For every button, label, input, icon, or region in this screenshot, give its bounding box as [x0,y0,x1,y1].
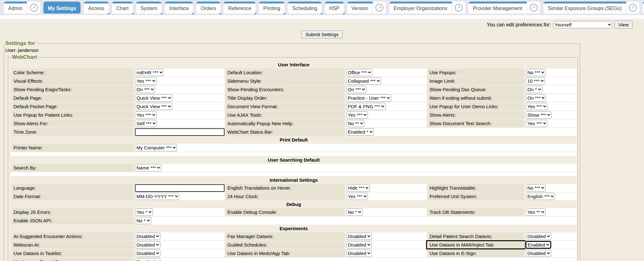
setting-select-use-datavis-in-tasklist[interactable]: Disabled [135,250,160,257]
setting-select-track-db-statements[interactable]: Yes ** [526,208,546,216]
tab-printing[interactable]: Printing [259,2,285,14]
setting-value-cell: 10 *** [525,77,577,85]
setting-select-english-translations-on-hover[interactable]: Hide *** [346,184,370,192]
setting-select-display-js-errors[interactable]: Yes * [135,208,153,216]
tab-admin[interactable]: Admin↗ [4,2,40,14]
setting-select-show-pending-doc-queue[interactable]: On * [526,86,542,93]
external-link-icon[interactable]: ↗ [373,2,386,14]
setting-select-webchart-status-bar[interactable]: Enabled * [346,128,374,136]
empty-cell [225,164,346,172]
setting-label-english-translations-on-hover: English Translations on Hover: [225,184,346,192]
setting-select-webscan-ai[interactable]: Disabled [135,241,160,248]
setting-select-preferred-unit-system[interactable]: English *** [526,193,555,200]
setting-select-warn-if-exiting-without-submit[interactable]: On *** [526,94,546,102]
empty-cell [346,152,427,156]
empty-cell [225,258,346,261]
setting-select-use-datavis-in-mar-inject-tab[interactable]: Enabled [526,241,551,248]
setting-select-use-popup-for-patient-links[interactable]: Yes *** [135,111,157,119]
external-link-icon[interactable]: ↗ [452,2,465,14]
setting-select-show-pending-esign-tasks[interactable]: On *** [135,86,155,93]
setting-select-show-document-text-search[interactable]: Yes *** [526,120,547,127]
setting-value-cell: Name *** [134,164,225,172]
setting-select-document-view-format[interactable]: PDF & PNG *** [346,103,386,110]
setting-select-24-hour-clock[interactable]: Yes *** [346,193,368,200]
tab-version[interactable]: Version↗ [347,2,386,14]
empty-cell [427,217,525,225]
setting-select-show-alerts-for[interactable]: Self *** [135,120,157,127]
view-button[interactable]: View [614,21,633,29]
setting-value-cell: Practice - User *** [346,94,427,102]
setting-select-automatically-popup-new-help[interactable]: No ** [346,120,364,127]
setting-select-use-popup-for-user-demo-links[interactable]: Yes *** [526,103,547,110]
setting-select-search-by[interactable]: Name *** [135,164,161,171]
tab-hsp[interactable]: HSP [325,2,344,14]
setting-select-use-popups[interactable]: No *** [526,69,546,76]
setting-select-printer-name[interactable]: My Computer *** [135,144,177,151]
settings-row: AI-Suggested Encounter Actions:DisabledF… [11,232,577,240]
setting-select-use-datavis-in-e-sign[interactable]: Disabled [526,250,551,257]
setting-select-detail-patient-search-datavis[interactable]: Disabled [526,233,551,240]
tab-access[interactable]: Access [84,2,109,14]
tab-orders[interactable]: Orders [196,2,220,14]
setting-label-visual-effects: Visual Effects: [11,77,134,85]
setting-select-enable-json-api[interactable]: No * [135,217,151,224]
empty-cell [427,172,525,176]
settings-for-legend: Settings for [5,40,36,47]
tab-label: Provider Management [469,2,527,14]
setting-select-show-alerts[interactable]: Show *** [526,111,552,119]
tab-label: Orders [196,2,220,14]
tab-my-settings[interactable]: My Settings [43,2,80,14]
setting-select-guided-schedules[interactable]: Disabled [346,241,372,248]
tab-reference[interactable]: Reference [224,2,256,14]
preferences-select[interactable]: Yourself [553,21,612,28]
setting-input-time-zone[interactable] [135,128,225,136]
external-link-icon[interactable]: ↗ [27,2,40,14]
setting-value-cell: Enabled * [346,128,427,136]
setting-label-show-pending-encounters: Show Pending Encounters: [225,86,346,93]
tab-interface[interactable]: Interface [165,2,193,14]
settings-row: Language:English Translations on Hover:H… [11,184,577,192]
external-link-icon[interactable]: ↗ [626,2,640,14]
setting-select-enable-debug-console[interactable]: No * [346,208,363,216]
setting-select-visual-effects[interactable]: Yes *** [135,77,157,85]
setting-label-enable-json-api: Enable JSON API: [11,217,134,225]
setting-label-language: Language: [11,184,134,192]
setting-select-show-pending-encounters[interactable]: On *** [346,86,366,93]
setting-select-sidemenu-style[interactable]: Collapsed *** [346,77,381,85]
submit-settings-button[interactable]: Submit Settings [301,31,342,38]
settings-row [11,172,577,176]
setting-value-cell: My Computer *** [134,144,225,152]
external-link-icon[interactable]: ↗ [527,2,540,14]
setting-label-use-datavis-in-e-sign: Use Datavis in E-Sign: [427,249,525,257]
setting-label-image-limit: Image Limit: [427,77,525,85]
setting-select-use-legacy-report-page[interactable]: Disabled [135,258,160,261]
arrow-up-right-icon: ↗ [629,4,637,12]
submit-row: Submit Settings [0,31,644,38]
setting-select-highlight-translatable[interactable]: No *** [526,184,546,192]
tab-work-locations[interactable]: Work Locations↗ [643,2,644,14]
setting-select-use-datavis-in-meds-agy-tab[interactable]: Disabled [346,250,372,257]
setting-label-display-js-errors: Display JS Errors: [11,208,134,216]
setting-select-color-scheme[interactable]: miEHR *** [135,69,164,76]
setting-select-fax-manager-datavis[interactable]: Disabled [346,233,372,240]
setting-select-date-format[interactable]: MM-DD-YYYY *** [135,193,179,200]
setting-select-use-ajax-tools[interactable]: Yes *** [346,111,368,119]
empty-cell [525,217,577,225]
setting-select-default-page[interactable]: Quick View *** [135,94,172,102]
setting-value-cell: Enabled [525,241,577,249]
tab-employer-organizations[interactable]: Employer Organizations↗ [389,2,465,14]
setting-select-default-location[interactable]: Office *** [346,69,372,76]
setting-select-default-pocket-page[interactable]: Quick View *** [135,103,172,110]
setting-value-cell: miEHR *** [134,69,225,76]
settings-row: Use Popup for Patient Links:Yes ***Use A… [11,111,577,119]
empty-cell [225,217,346,225]
tab-similar-exposure-groups-segs[interactable]: Similar Exposure Groups (SEGs)↗ [543,2,640,14]
setting-select-image-limit[interactable]: 10 *** [526,77,545,85]
tab-chart[interactable]: Chart [112,2,133,14]
setting-select-ai-suggested-encounter-actions[interactable]: Disabled [135,233,160,240]
tab-provider-management[interactable]: Provider Management↗ [469,2,540,14]
setting-input-language[interactable] [135,184,225,192]
tab-scheduling[interactable]: Scheduling [288,2,321,14]
tab-system[interactable]: System [136,2,162,14]
setting-select-title-display-order[interactable]: Practice - User *** [346,94,391,102]
